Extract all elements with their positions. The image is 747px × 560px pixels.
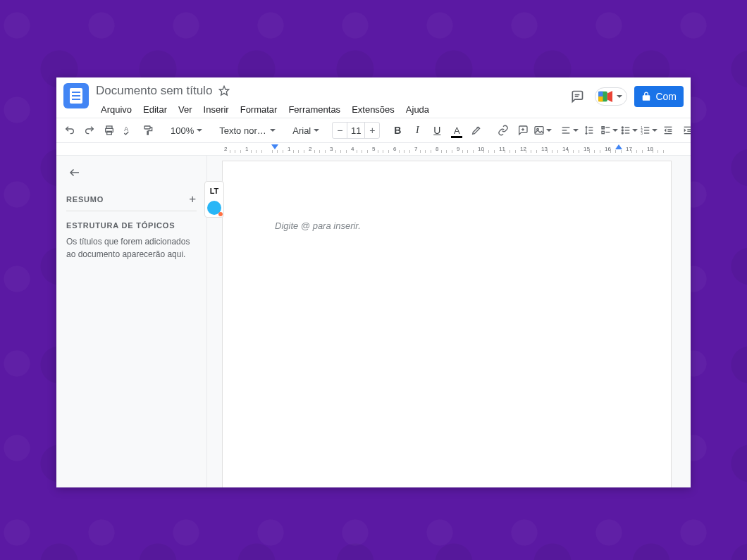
google-docs-window: Documento sem título Arquivo Editar Ver … bbox=[56, 77, 691, 487]
print-button[interactable] bbox=[100, 121, 118, 139]
italic-button[interactable]: I bbox=[408, 121, 426, 139]
svg-marker-6 bbox=[607, 91, 612, 102]
meet-icon bbox=[598, 90, 614, 103]
caret-down-icon bbox=[652, 129, 658, 132]
insert-link-button[interactable] bbox=[494, 121, 512, 139]
font-size-increase-button[interactable]: + bbox=[365, 125, 379, 136]
main-area: RESUMO + ESTRUTURA DE TÓPICOS Os títulos… bbox=[56, 156, 691, 487]
font-family-select[interactable]: Arial bbox=[288, 121, 323, 139]
highlight-color-button[interactable] bbox=[467, 121, 486, 139]
outline-resumo-heading: RESUMO + bbox=[66, 188, 197, 211]
caret-down-icon bbox=[632, 129, 638, 132]
svg-text:A: A bbox=[124, 125, 128, 132]
ruler-right-margin-icon[interactable] bbox=[615, 144, 622, 149]
outline-collapse-button[interactable] bbox=[66, 164, 83, 181]
document-title[interactable]: Documento sem título bbox=[96, 82, 212, 100]
meet-button[interactable] bbox=[595, 87, 627, 106]
caret-down-icon bbox=[546, 129, 552, 132]
header-mid: Documento sem título Arquivo Editar Ver … bbox=[96, 82, 560, 118]
caret-down-icon bbox=[197, 129, 202, 132]
menu-editar[interactable]: Editar bbox=[138, 101, 172, 118]
ruler-indent-marker-icon[interactable] bbox=[271, 144, 278, 149]
outline-empty-text: Os títulos que forem adicionados ao docu… bbox=[66, 235, 197, 261]
zoom-value: 100% bbox=[171, 125, 194, 136]
document-canvas-wrap: Digite @ para inserir. bbox=[207, 156, 691, 487]
svg-point-27 bbox=[622, 130, 623, 131]
underline-button[interactable]: U bbox=[428, 121, 446, 139]
insert-image-button[interactable] bbox=[533, 121, 552, 139]
svg-rect-24 bbox=[602, 131, 604, 133]
zoom-select[interactable]: 100% bbox=[166, 121, 206, 139]
docs-logo-icon[interactable] bbox=[63, 83, 89, 108]
insert-comment-button[interactable] bbox=[514, 121, 532, 139]
menu-ferramentas[interactable]: Ferramentas bbox=[283, 101, 345, 118]
outline-resumo-label: RESUMO bbox=[66, 195, 104, 204]
bold-button[interactable]: B bbox=[388, 121, 407, 139]
ruler-tick: 4 bbox=[351, 146, 354, 153]
ruler-tick: 7 bbox=[414, 146, 417, 153]
extensions-float: LT bbox=[204, 181, 224, 218]
ruler-tick: 9 bbox=[457, 146, 459, 153]
redo-button[interactable] bbox=[80, 121, 99, 139]
outline-add-summary-button[interactable]: + bbox=[189, 192, 197, 206]
caret-down-icon bbox=[314, 129, 319, 132]
svg-point-26 bbox=[622, 127, 623, 128]
share-button-label: Com bbox=[655, 91, 677, 102]
languagetool-icon[interactable]: LT bbox=[207, 184, 221, 198]
document-placeholder: Digite @ para inserir. bbox=[275, 220, 361, 231]
svg-point-28 bbox=[622, 132, 623, 134]
svg-marker-47 bbox=[684, 128, 686, 132]
menu-extensoes[interactable]: Extensões bbox=[347, 101, 400, 118]
star-icon[interactable] bbox=[218, 85, 230, 97]
horizontal-ruler[interactable]: 21123456789101112131415161718 bbox=[56, 143, 691, 156]
checklist-button[interactable] bbox=[600, 121, 618, 139]
grammar-check-icon[interactable] bbox=[207, 201, 221, 215]
menu-formatar[interactable]: Formatar bbox=[235, 101, 283, 118]
font-size-input[interactable] bbox=[347, 123, 365, 138]
ruler-tick: 2 bbox=[224, 146, 227, 153]
document-page[interactable]: Digite @ para inserir. bbox=[223, 161, 671, 487]
spellcheck-button[interactable]: A bbox=[120, 121, 138, 139]
text-color-button[interactable]: A bbox=[447, 121, 466, 139]
numbered-list-button[interactable]: 123 bbox=[639, 121, 658, 139]
svg-rect-14 bbox=[535, 127, 543, 135]
paragraph-style-select[interactable]: Texto norm… bbox=[215, 121, 280, 139]
share-button[interactable]: Com bbox=[634, 86, 684, 107]
increase-indent-button[interactable] bbox=[679, 121, 691, 139]
outline-panel: RESUMO + ESTRUTURA DE TÓPICOS Os títulos… bbox=[56, 156, 207, 487]
menu-ajuda[interactable]: Ajuda bbox=[401, 101, 434, 118]
svg-rect-11 bbox=[144, 126, 150, 129]
svg-text:3: 3 bbox=[641, 132, 643, 135]
ruler-tick: 6 bbox=[393, 146, 396, 153]
menu-bar: Arquivo Editar Ver Inserir Formatar Ferr… bbox=[96, 101, 560, 118]
svg-rect-5 bbox=[599, 97, 603, 101]
line-spacing-button[interactable] bbox=[580, 121, 598, 139]
paragraph-style-value: Texto norm… bbox=[219, 125, 267, 136]
ruler-tick: 3 bbox=[330, 146, 333, 153]
undo-button[interactable] bbox=[61, 121, 79, 139]
font-size-decrease-button[interactable]: − bbox=[333, 125, 347, 136]
menu-ver[interactable]: Ver bbox=[173, 101, 197, 118]
menu-inserir[interactable]: Inserir bbox=[199, 101, 234, 118]
caret-down-icon bbox=[617, 95, 622, 98]
svg-marker-0 bbox=[220, 86, 229, 95]
header-right: Com bbox=[567, 82, 684, 107]
ruler-tick: 5 bbox=[372, 146, 375, 153]
ruler-tick: 1 bbox=[245, 146, 248, 153]
ruler-tick: 8 bbox=[436, 146, 438, 153]
outline-structure-label: ESTRUTURA DE TÓPICOS bbox=[66, 211, 197, 235]
font-family-value: Arial bbox=[292, 125, 311, 136]
comment-history-icon[interactable] bbox=[567, 86, 588, 107]
caret-down-icon bbox=[573, 129, 579, 132]
menu-arquivo[interactable]: Arquivo bbox=[96, 101, 137, 118]
caret-down-icon bbox=[612, 129, 618, 132]
font-size-group: − + bbox=[332, 122, 380, 139]
align-button[interactable] bbox=[560, 121, 579, 139]
bulleted-list-button[interactable] bbox=[619, 121, 638, 139]
toolbar: A 100% Texto norm… Arial − + B I U A bbox=[56, 118, 691, 143]
svg-rect-4 bbox=[599, 92, 603, 97]
ruler-tick: 2 bbox=[309, 146, 311, 153]
svg-marker-42 bbox=[665, 128, 667, 132]
decrease-indent-button[interactable] bbox=[659, 121, 677, 139]
paint-format-button[interactable] bbox=[140, 121, 158, 139]
